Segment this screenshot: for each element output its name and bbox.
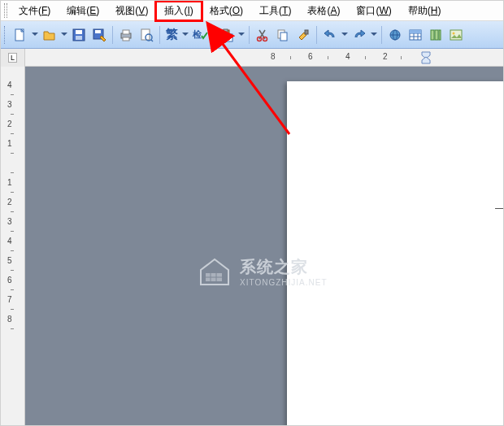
ruler-tick: 1 (7, 139, 12, 148)
toolbar-grip[interactable] (4, 26, 7, 44)
paste-dropdown[interactable] (237, 25, 245, 45)
redo-icon (352, 28, 367, 42)
menu-insert[interactable]: 插入(I) (156, 2, 201, 20)
horizontal-ruler[interactable]: 8 6 4 2 (25, 49, 503, 66)
ruler-corner[interactable]: L (1, 49, 25, 67)
menu-file[interactable]: 文件(F) (11, 2, 59, 20)
separator (381, 26, 382, 44)
separator (112, 26, 113, 44)
separator (316, 26, 317, 44)
svg-rect-30 (431, 30, 434, 40)
ruler-tick-minor (11, 153, 14, 154)
image-icon (449, 28, 463, 42)
new-button[interactable] (11, 25, 30, 45)
ruler-tick-minor (11, 309, 14, 310)
ruler-tick-minor (11, 114, 14, 115)
ruler-tick-minor (11, 172, 14, 173)
ruler-tick-minor (11, 192, 14, 193)
menu-table[interactable]: 表格(A) (299, 2, 348, 20)
table-grid-icon (408, 28, 423, 42)
ruler-tick: 2 (383, 52, 388, 61)
ruler-tick-minor (11, 211, 14, 212)
hyperlink-icon (388, 28, 402, 42)
page-margin-guide (495, 208, 503, 281)
ruler-tick-minor (11, 270, 14, 271)
ruler-tick: 2 (7, 198, 12, 206)
svg-rect-32 (439, 30, 441, 40)
format-painter-button[interactable] (293, 25, 313, 45)
ruler-tick: 6 (308, 52, 313, 61)
paste-button[interactable] (217, 25, 237, 45)
cut-icon (255, 28, 270, 42)
menu-edit[interactable]: 编辑(E) (59, 2, 107, 20)
svg-rect-29 (410, 30, 421, 33)
indent-marker-icon[interactable] (420, 50, 432, 65)
menu-view[interactable]: 视图(V) (107, 2, 156, 20)
svg-text:检: 检 (192, 29, 202, 39)
document-canvas[interactable]: 系统之家 XITONGZHIJIA.NET (25, 67, 503, 426)
simplified-traditional-button[interactable]: 繁 (163, 25, 180, 45)
ruler-tick: 4 (7, 237, 12, 246)
separator (249, 26, 250, 44)
menu-window[interactable]: 窗口(W) (348, 2, 399, 20)
svg-rect-14 (224, 29, 228, 32)
open-dropdown[interactable] (60, 25, 68, 45)
separator (159, 26, 160, 44)
menu-help[interactable]: 帮助(H) (400, 2, 450, 20)
menu-tools[interactable]: 工具(T) (251, 2, 299, 20)
open-button[interactable] (40, 25, 59, 45)
svg-rect-19 (280, 33, 287, 41)
insert-image-button[interactable] (446, 25, 466, 45)
save-as-button[interactable] (89, 25, 109, 45)
new-dropdown[interactable] (31, 25, 39, 45)
columns-icon (428, 28, 443, 42)
print-button[interactable] (116, 25, 136, 45)
document-page[interactable] (287, 81, 503, 426)
ruler-tick-minor (290, 56, 291, 59)
spellcheck-icon: 检 (192, 28, 208, 42)
ruler-tick: 4 (7, 80, 12, 89)
print-preview-button[interactable] (137, 25, 156, 45)
ruler-tick-minor (11, 94, 14, 95)
save-as-icon (92, 28, 106, 42)
svg-line-11 (151, 40, 153, 41)
redo-dropdown[interactable] (370, 25, 378, 45)
ruler-tick: 1 (7, 178, 12, 187)
ruler-tick-minor (11, 328, 14, 329)
paste-icon (219, 28, 234, 42)
menu-format[interactable]: 格式(O) (202, 2, 251, 20)
ruler-tick: 5 (7, 256, 12, 265)
watermark-house-icon (196, 255, 233, 288)
spellcheck-button[interactable]: 检 (190, 25, 210, 45)
copy-icon (276, 28, 290, 42)
brush-icon (296, 28, 311, 42)
undo-dropdown[interactable] (341, 25, 349, 45)
svg-rect-31 (435, 30, 438, 40)
svg-rect-7 (123, 30, 129, 34)
vertical-ruler[interactable]: 4 3 2 1 1 2 3 4 5 6 7 8 (1, 67, 25, 426)
copy-button[interactable] (273, 25, 293, 45)
redo-button[interactable] (350, 25, 369, 45)
insert-row-col-button[interactable] (426, 25, 445, 45)
separator (213, 26, 214, 44)
ruler-tick-minor (11, 289, 14, 290)
workspace: 4 3 2 1 1 2 3 4 5 6 7 8 (1, 67, 503, 426)
insert-table-button[interactable] (406, 25, 425, 45)
ruler-tick-minor (11, 250, 14, 251)
open-icon (42, 28, 57, 42)
svg-rect-3 (76, 36, 82, 40)
svg-point-34 (453, 32, 455, 34)
svg-rect-33 (450, 30, 462, 40)
ruler-tick: 8 (7, 315, 12, 324)
svg-rect-8 (123, 37, 129, 41)
menubar-grip[interactable] (4, 3, 7, 18)
undo-button[interactable] (320, 25, 340, 45)
ruler-tick: 7 (7, 295, 12, 304)
hyperlink-button[interactable] (385, 25, 405, 45)
convert-dropdown[interactable] (181, 25, 189, 45)
save-button[interactable] (69, 25, 89, 45)
cut-button[interactable] (253, 25, 272, 45)
convert-icon: 繁 (166, 27, 178, 42)
new-doc-icon (13, 28, 28, 42)
undo-icon (323, 28, 337, 42)
